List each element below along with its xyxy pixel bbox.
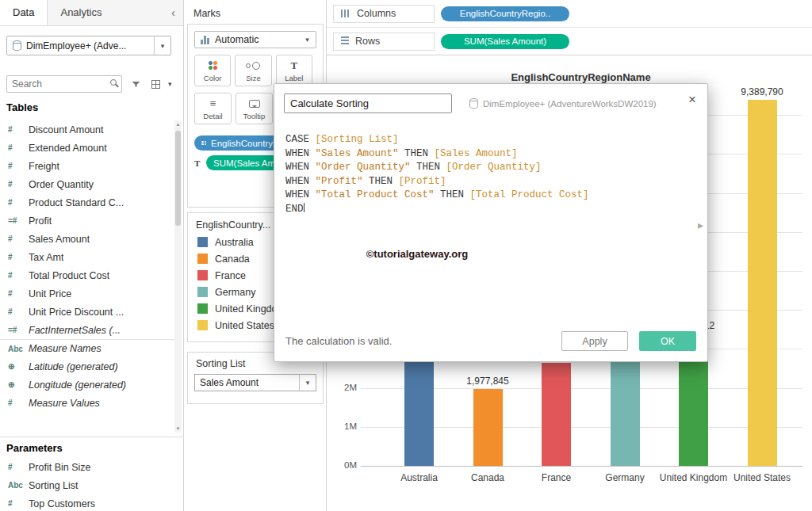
close-icon[interactable]: ×	[688, 92, 696, 108]
bar-mark[interactable]	[611, 353, 640, 466]
chevron-down-icon[interactable]: ▾	[299, 375, 316, 391]
field-label: Sales Amount	[29, 234, 90, 245]
field-type-icon: #	[8, 125, 29, 134]
rows-pill[interactable]: SUM(Sales Amount)	[441, 34, 569, 49]
field-item[interactable]: # Unit Price	[0, 284, 175, 303]
search-row: ▾	[6, 75, 178, 93]
calculation-name-input[interactable]	[284, 93, 452, 113]
field-type-icon: =#	[8, 326, 29, 334]
field-item[interactable]: =# FactInternetSales (...	[0, 321, 175, 339]
field-item[interactable]: # Discount Amount	[0, 120, 175, 139]
scroll-down-icon[interactable]: ▾	[174, 425, 182, 433]
field-label: Total Product Cost	[29, 270, 109, 281]
field-item[interactable]: ⊕ Longitude (generated)	[0, 376, 175, 394]
color-role-icon	[201, 140, 207, 146]
apply-button[interactable]: Apply	[561, 331, 628, 351]
search-input[interactable]	[6, 75, 122, 93]
tab-data[interactable]: Data	[0, 0, 48, 25]
bar-mark[interactable]	[542, 363, 571, 466]
field-label: Measure Values	[29, 398, 100, 409]
sorting-list-dropdown[interactable]: Sales Amount ▾	[194, 374, 316, 391]
ok-button[interactable]: OK	[639, 331, 696, 351]
tables-scrollbar[interactable]: ▴ ▾	[174, 120, 182, 433]
legend-label: United States	[215, 320, 274, 331]
field-label: Order Quantity	[29, 179, 94, 190]
tooltip-button[interactable]: Tooltip	[236, 93, 273, 124]
field-item[interactable]: # Tax Amt	[0, 248, 175, 266]
columns-pill[interactable]: EnglishCountryRegio..	[441, 6, 569, 21]
field-label: Tax Amt	[29, 252, 63, 263]
field-list: # Discount Amount # Extended Amount # Fr…	[0, 120, 175, 412]
database-icon	[469, 98, 478, 109]
chevron-down-icon[interactable]: ▾	[168, 80, 172, 88]
field-type-icon: Abc	[8, 345, 29, 353]
parameter-list: # Profit Bin Size Abc Sorting List # Top…	[0, 458, 184, 511]
chevron-down-icon: ▾	[161, 42, 165, 50]
field-item[interactable]: Abc Measure Names	[0, 339, 175, 357]
bar-chart-icon	[201, 36, 210, 44]
size-button[interactable]: Size	[235, 55, 271, 86]
field-item[interactable]: # Order Quantity	[0, 175, 175, 193]
formula-editor[interactable]: CASE [Sorting List]WHEN "Sales Amount" T…	[285, 133, 680, 216]
field-label: Discount Amount	[29, 124, 104, 135]
chevron-down-glyph: ▾	[306, 379, 310, 387]
field-item[interactable]: ⊕ Latitude (generated)	[0, 357, 175, 376]
x-axis-category-label: Germany	[590, 472, 660, 484]
scroll-up-icon[interactable]: ▴	[174, 120, 182, 128]
bar-mark[interactable]	[748, 100, 777, 466]
label-button[interactable]: T Label	[276, 55, 312, 86]
field-item[interactable]: # Extended Amount	[0, 139, 175, 157]
legend-label: Australia	[215, 237, 254, 248]
color-button[interactable]: Color	[194, 55, 231, 86]
field-type-icon: #	[8, 289, 29, 298]
mark-type-dropdown[interactable]: Automatic ▾	[194, 31, 316, 48]
legend-swatch	[197, 270, 208, 280]
bar-mark[interactable]	[473, 389, 503, 466]
legend-swatch	[197, 320, 208, 330]
field-type-icon: #	[8, 143, 29, 152]
collapse-pane-icon[interactable]: ‹	[163, 0, 183, 25]
expand-panel-icon[interactable]: ▸	[698, 219, 703, 231]
tab-analytics[interactable]: Analytics	[48, 0, 114, 25]
field-type-icon: ⊕	[8, 362, 29, 371]
parameter-item[interactable]: Abc Sorting List	[0, 476, 184, 494]
field-label: Unit Price Discount ...	[29, 307, 124, 318]
filter-icon[interactable]	[132, 82, 140, 87]
search-icon	[110, 79, 117, 86]
parameter-label: Profit Bin Size	[29, 462, 91, 473]
view-options-icon[interactable]	[151, 80, 160, 89]
field-item[interactable]: # Unit Price Discount ...	[0, 303, 175, 321]
watermark: ©tutorialgateway.org	[346, 248, 488, 260]
rows-shelf[interactable]: Rows SUM(Sales Amount)	[327, 28, 812, 55]
columns-shelf[interactable]: Columns EnglishCountryRegio..	[327, 0, 812, 28]
field-item[interactable]: # Product Standard C...	[0, 193, 175, 212]
bar-value-label: 1,977,845	[448, 376, 527, 387]
parameter-label: Sorting List	[29, 480, 79, 491]
x-axis-category-label: Canada	[453, 472, 523, 484]
scrollbar-thumb[interactable]	[175, 131, 181, 226]
mark-type-value: Automatic	[215, 34, 299, 45]
datasource-caret[interactable]: ▾	[154, 36, 170, 55]
field-type-icon: #	[8, 271, 29, 280]
parameter-item[interactable]: # Top Customers	[0, 494, 184, 511]
chevron-down-icon: ▾	[299, 32, 316, 48]
parameter-item[interactable]: # Profit Bin Size	[0, 458, 184, 476]
parameter-label: Top Customers	[29, 498, 95, 509]
data-pane: Data Analytics ‹ DimEmployee+ (Adve... ▾…	[0, 0, 184, 511]
field-type-icon: #	[8, 180, 29, 189]
size-button-label: Size	[246, 74, 260, 82]
detail-button[interactable]: ≡ Detail	[194, 93, 232, 124]
field-item[interactable]: =# Profit	[0, 212, 175, 230]
field-item[interactable]: # Sales Amount	[0, 230, 175, 248]
field-type-icon: #	[8, 307, 29, 316]
legend-swatch	[197, 254, 208, 264]
field-label: Profit	[29, 215, 52, 227]
legend-label: Germany	[215, 287, 255, 298]
field-item[interactable]: # Measure Values	[0, 394, 175, 412]
columns-icon	[341, 10, 350, 17]
field-item[interactable]: # Total Product Cost	[0, 266, 175, 284]
parameter-type-icon: #	[8, 499, 29, 508]
datasource-selector[interactable]: DimEmployee+ (Adve... ▾	[6, 36, 171, 55]
field-item[interactable]: # Freight	[0, 157, 175, 175]
rows-icon	[341, 36, 349, 46]
